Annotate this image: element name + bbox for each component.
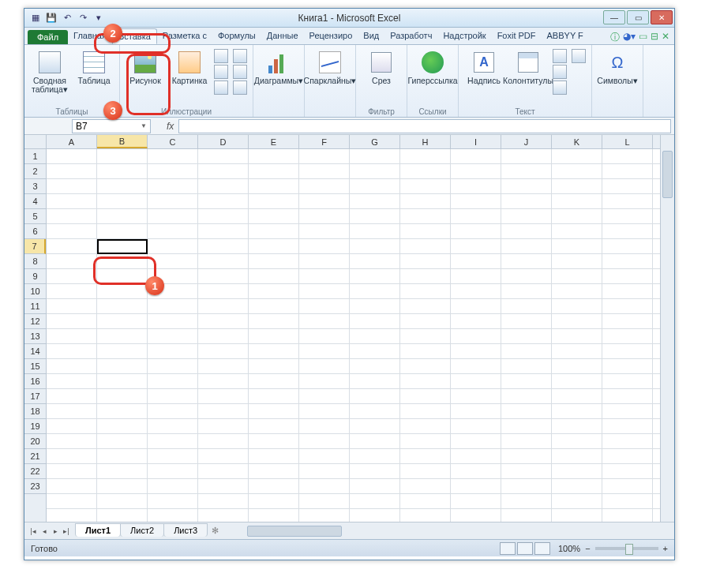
row-header[interactable]: 2 [24,164,46,179]
ribbon-small-button[interactable] [214,81,228,95]
undo-icon[interactable]: ↶ [61,12,73,24]
file-tab[interactable]: Файл [28,30,68,44]
fx-icon[interactable]: fx [162,121,178,132]
column-header[interactable]: I [451,135,501,148]
sheet-last-icon[interactable]: ▸| [61,527,72,535]
tab-надстройк[interactable]: Надстройк [437,28,491,44]
sheet-tab[interactable]: Лист2 [120,523,164,537]
name-box[interactable]: B7 ▼ [72,119,151,133]
sheet-next-icon[interactable]: ▸ [50,527,61,535]
row-header[interactable]: 21 [24,449,46,464]
tab-разработч[interactable]: Разработч [384,28,437,44]
column-header[interactable]: C [148,135,198,148]
row-header[interactable]: 18 [24,404,46,419]
row-header[interactable]: 12 [24,314,46,329]
ribbon-small-button[interactable] [553,65,567,79]
formula-input[interactable] [178,119,671,133]
vertical-scrollbar[interactable] [660,135,674,522]
save-icon[interactable]: 💾 [45,12,58,24]
ribbon-таблица-button[interactable]: Таблица [73,48,114,87]
ribbon-колонтитулы-button[interactable]: Колонтитулы [508,48,549,87]
row-header[interactable]: 7 [24,239,46,254]
row-header[interactable]: 16 [24,374,46,389]
column-headers[interactable]: ABCDEFGHIJKL [47,135,660,149]
qat-more-icon[interactable]: ▾ [92,12,105,24]
cells-area[interactable] [47,149,660,522]
select-all-button[interactable] [24,135,47,149]
ribbon-рисунок-button[interactable]: Рисунок [125,48,166,87]
maximize-button[interactable]: ▭ [627,10,649,24]
column-header[interactable]: K [552,135,602,148]
active-cell[interactable] [97,239,148,254]
column-header[interactable]: A [47,135,97,148]
row-header[interactable]: 8 [24,254,46,269]
row-header[interactable]: 4 [24,194,46,209]
tab-главная[interactable]: Главная [68,28,112,44]
ribbon-символы-button[interactable]: ΩСимволы▾ [597,48,638,87]
ribbon-спарклайны-button[interactable]: Спарклайны▾ [309,48,351,87]
minimize-ribbon-icon[interactable]: ▭ [639,31,647,44]
column-header[interactable]: J [501,135,552,148]
view-layout-icon[interactable] [517,542,533,555]
help-icon[interactable]: ⓘ [610,31,620,44]
tab-вставка[interactable]: Вставка [112,28,157,44]
row-header[interactable]: 5 [24,209,46,224]
row-header[interactable]: 6 [24,224,46,239]
row-header[interactable]: 23 [24,479,46,494]
tab-abbyy f[interactable]: ABBYY F [542,28,589,44]
tab-вид[interactable]: Вид [358,28,384,44]
help-dropdown-icon[interactable]: ◕▾ [623,31,636,44]
ribbon-сводная-таблица-button[interactable]: Сводная таблица▾ [29,48,70,96]
column-header[interactable]: B [97,135,148,148]
tab-рецензиро[interactable]: Рецензиро [304,28,358,44]
row-header[interactable]: 22 [24,464,46,479]
row-header[interactable]: 3 [24,179,46,194]
row-header[interactable]: 20 [24,434,46,449]
tab-foxit pdf[interactable]: Foxit PDF [492,28,542,44]
ribbon-small-button[interactable] [572,49,586,63]
row-header[interactable]: 13 [24,329,46,344]
zoom-slider[interactable] [595,547,658,550]
ribbon-help-icon[interactable]: ⊟ [651,31,658,44]
column-header[interactable]: G [350,135,400,148]
horizontal-scrollbar[interactable] [233,525,671,537]
row-header[interactable]: 1 [24,149,46,164]
column-header[interactable]: L [602,135,653,148]
row-header[interactable]: 11 [24,299,46,314]
new-sheet-icon[interactable]: ✻ [207,526,223,536]
row-header[interactable]: 14 [24,344,46,359]
row-header[interactable]: 10 [24,284,46,299]
minimize-button[interactable]: — [603,10,625,24]
tab-разметка с[interactable]: Разметка с [157,28,212,44]
row-header[interactable]: 17 [24,389,46,404]
zoom-level[interactable]: 100% [558,544,580,553]
ribbon-close-icon[interactable]: ✕ [662,31,669,44]
sheet-first-icon[interactable]: |◂ [28,527,39,535]
ribbon-срез-button[interactable]: Срез [361,48,402,87]
column-header[interactable]: F [299,135,350,148]
close-button[interactable]: ✕ [651,10,673,24]
ribbon-надпись-button[interactable]: AНадпись [463,48,504,87]
row-header[interactable]: 19 [24,419,46,434]
ribbon-small-button[interactable] [233,49,247,63]
ribbon-small-button[interactable] [553,49,567,63]
ribbon-small-button[interactable] [553,81,567,95]
redo-icon[interactable]: ↷ [77,12,89,24]
row-header[interactable]: 9 [24,269,46,284]
zoom-out-icon[interactable]: − [585,544,590,553]
column-header[interactable]: H [400,135,451,148]
ribbon-картинка-button[interactable]: Картинка [169,48,210,87]
view-break-icon[interactable] [534,542,550,555]
sheet-tab[interactable]: Лист1 [75,523,121,537]
column-header[interactable]: D [198,135,249,148]
ribbon-small-button[interactable] [214,49,228,63]
column-header[interactable]: E [249,135,299,148]
tab-формулы[interactable]: Формулы [212,28,261,44]
ribbon-small-button[interactable] [233,65,247,79]
vscroll-thumb[interactable] [662,151,673,198]
ribbon-small-button[interactable] [233,81,247,95]
tab-данные[interactable]: Данные [261,28,304,44]
ribbon-диаграммы-button[interactable]: Диаграммы▾ [258,48,299,87]
name-box-dropdown-icon[interactable]: ▼ [141,122,147,129]
view-normal-icon[interactable] [500,542,516,555]
